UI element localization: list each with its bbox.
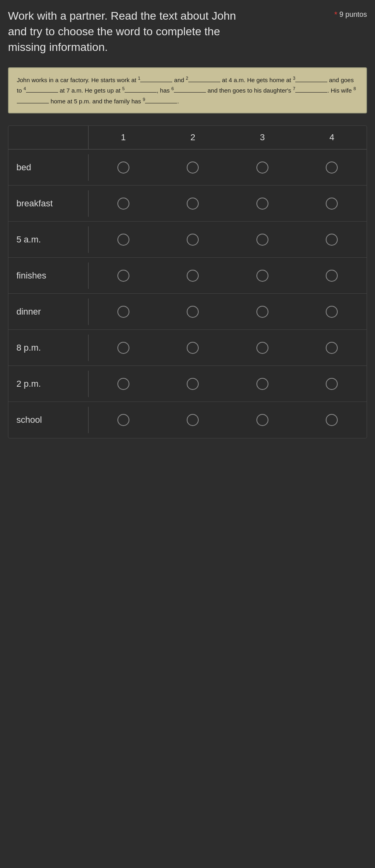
- radio-cell-breakfast-4[interactable]: [297, 190, 367, 218]
- radio-dinner-3[interactable]: [256, 306, 268, 318]
- points-badge: * 9 puntos: [334, 10, 367, 19]
- radio-cell-dinner-4[interactable]: [297, 298, 367, 326]
- row-dinner: dinner: [8, 294, 367, 330]
- page-container: Work with a partner. Read the text about…: [0, 0, 375, 454]
- radio-cell-dinner-1[interactable]: [89, 298, 158, 326]
- radio-5am-2[interactable]: [187, 234, 199, 246]
- radio-finishes-3[interactable]: [256, 270, 268, 282]
- col-header-4: 4: [297, 126, 367, 149]
- row-school: school: [8, 402, 367, 438]
- radio-cell-breakfast-1[interactable]: [89, 190, 158, 218]
- instructions-text: Work with a partner. Read the text about…: [8, 8, 240, 55]
- row-label-8pm: 8 p.m.: [8, 335, 89, 361]
- row-label-breakfast: breakfast: [8, 190, 89, 217]
- col-header-1: 1: [89, 126, 158, 149]
- radio-breakfast-2[interactable]: [187, 198, 199, 210]
- radio-cell-2pm-1[interactable]: [89, 370, 158, 398]
- radio-dinner-4[interactable]: [326, 306, 338, 318]
- row-bed: bed: [8, 149, 367, 186]
- row-label-2pm: 2 p.m.: [8, 371, 89, 397]
- radio-cell-school-3[interactable]: [228, 406, 297, 434]
- radio-dinner-2[interactable]: [187, 306, 199, 318]
- row-label-5am: 5 a.m.: [8, 226, 89, 253]
- radio-cell-finishes-1[interactable]: [89, 262, 158, 290]
- radio-school-4[interactable]: [326, 414, 338, 426]
- radio-cell-finishes-3[interactable]: [228, 262, 297, 290]
- col-header-3: 3: [228, 126, 297, 149]
- radio-cell-2pm-3[interactable]: [228, 370, 297, 398]
- radio-8pm-1[interactable]: [117, 342, 129, 354]
- radio-2pm-3[interactable]: [256, 378, 268, 390]
- radio-bed-2[interactable]: [187, 161, 199, 174]
- row-8pm: 8 p.m.: [8, 330, 367, 366]
- radio-cell-dinner-2[interactable]: [158, 298, 228, 326]
- radio-5am-3[interactable]: [256, 234, 268, 246]
- radio-breakfast-3[interactable]: [256, 198, 268, 210]
- radio-dinner-1[interactable]: [117, 306, 129, 318]
- radio-finishes-1[interactable]: [117, 270, 129, 282]
- radio-cell-dinner-3[interactable]: [228, 298, 297, 326]
- radio-breakfast-1[interactable]: [117, 198, 129, 210]
- answer-grid: 1 2 3 4 bed breakfast: [8, 125, 367, 438]
- radio-bed-3[interactable]: [256, 161, 268, 174]
- radio-cell-breakfast-3[interactable]: [228, 190, 297, 218]
- row-finishes: finishes: [8, 258, 367, 294]
- radio-cell-school-4[interactable]: [297, 406, 367, 434]
- points-label: 9 puntos: [339, 10, 367, 19]
- radio-finishes-2[interactable]: [187, 270, 199, 282]
- radio-cell-school-1[interactable]: [89, 406, 158, 434]
- text-passage: John works in a car factory. He starts w…: [8, 67, 367, 114]
- radio-cell-8pm-2[interactable]: [158, 334, 228, 362]
- radio-2pm-1[interactable]: [117, 378, 129, 390]
- radio-5am-4[interactable]: [326, 234, 338, 246]
- radio-2pm-4[interactable]: [326, 378, 338, 390]
- radio-8pm-2[interactable]: [187, 342, 199, 354]
- radio-5am-1[interactable]: [117, 234, 129, 246]
- row-breakfast: breakfast: [8, 186, 367, 222]
- col-header-2: 2: [158, 126, 228, 149]
- radio-2pm-2[interactable]: [187, 378, 199, 390]
- radio-bed-4[interactable]: [326, 161, 338, 174]
- row-label-school: school: [8, 407, 89, 433]
- radio-cell-school-2[interactable]: [158, 406, 228, 434]
- row-2pm: 2 p.m.: [8, 366, 367, 402]
- radio-cell-2pm-2[interactable]: [158, 370, 228, 398]
- radio-finishes-4[interactable]: [326, 270, 338, 282]
- radio-cell-bed-4[interactable]: [297, 153, 367, 182]
- radio-school-1[interactable]: [117, 414, 129, 426]
- radio-cell-8pm-4[interactable]: [297, 334, 367, 362]
- radio-cell-bed-1[interactable]: [89, 153, 158, 182]
- row-label-finishes: finishes: [8, 262, 89, 289]
- radio-bed-1[interactable]: [117, 161, 129, 174]
- radio-breakfast-4[interactable]: [326, 198, 338, 210]
- radio-cell-finishes-4[interactable]: [297, 262, 367, 290]
- radio-cell-8pm-1[interactable]: [89, 334, 158, 362]
- grid-header: 1 2 3 4: [8, 126, 367, 149]
- radio-cell-bed-2[interactable]: [158, 153, 228, 182]
- radio-cell-5am-4[interactable]: [297, 226, 367, 254]
- radio-cell-finishes-2[interactable]: [158, 262, 228, 290]
- row-label-dinner: dinner: [8, 299, 89, 325]
- radio-cell-5am-3[interactable]: [228, 226, 297, 254]
- row-label-bed: bed: [8, 154, 89, 181]
- radio-cell-8pm-3[interactable]: [228, 334, 297, 362]
- header-empty: [8, 126, 89, 149]
- radio-cell-5am-2[interactable]: [158, 226, 228, 254]
- radio-school-3[interactable]: [256, 414, 268, 426]
- row-5am: 5 a.m.: [8, 222, 367, 258]
- radio-cell-2pm-4[interactable]: [297, 370, 367, 398]
- radio-cell-5am-1[interactable]: [89, 226, 158, 254]
- radio-cell-bed-3[interactable]: [228, 153, 297, 182]
- asterisk-symbol: *: [334, 10, 337, 19]
- radio-8pm-4[interactable]: [326, 342, 338, 354]
- radio-8pm-3[interactable]: [256, 342, 268, 354]
- header-section: Work with a partner. Read the text about…: [8, 8, 367, 55]
- radio-school-2[interactable]: [187, 414, 199, 426]
- radio-cell-breakfast-2[interactable]: [158, 190, 228, 218]
